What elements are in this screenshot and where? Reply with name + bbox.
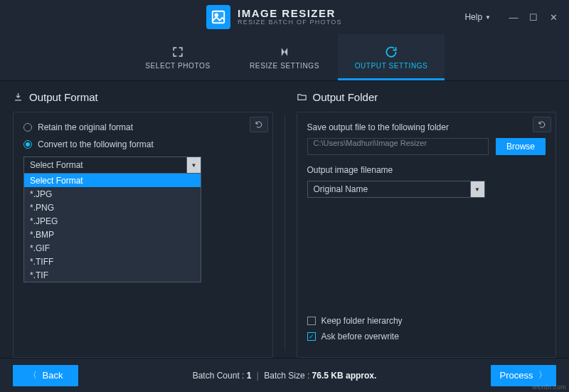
vertical-separator (284, 115, 285, 351)
checkbox-label: Keep folder hierarchy (321, 316, 403, 326)
help-label: Help (464, 12, 482, 22)
app-title: IMAGE RESIZER (238, 8, 342, 20)
reset-folder-button[interactable] (533, 117, 551, 132)
undo-icon (538, 120, 546, 129)
maximize-button[interactable]: ☐ (523, 9, 543, 25)
format-select-value: Select Format (30, 160, 83, 170)
close-button[interactable]: ✕ (543, 9, 563, 25)
checkbox-label: Ask before overwrite (321, 332, 399, 341)
chevron-down-icon: ▼ (186, 157, 201, 173)
help-menu[interactable]: Help ▼ (464, 12, 491, 22)
format-select-display[interactable]: Select Format ▼ (23, 157, 201, 174)
svg-point-1 (215, 14, 218, 16)
app-subtitle: RESIZE BATCH OF PHOTOS (238, 19, 342, 26)
app-title-block: IMAGE RESIZER RESIZE BATCH OF PHOTOS (238, 8, 342, 26)
tab-resize-settings[interactable]: RESIZE SETTINGS (231, 34, 338, 80)
format-dropdown-list: Select Format*.JPG*.PNG*.JPEG*.BMP*.GIF*… (23, 174, 201, 282)
process-button[interactable]: Process 〉 (491, 365, 556, 386)
tab-select-photos[interactable]: SELECT PHOTOS (124, 34, 231, 80)
titlebar: IMAGE RESIZER RESIZE BATCH OF PHOTOS Hel… (0, 0, 569, 34)
checkbox-icon: ✓ (307, 332, 316, 341)
format-option[interactable]: *.JPEG (24, 214, 201, 228)
reset-format-button[interactable] (250, 117, 268, 132)
checkbox-ask-overwrite[interactable]: ✓ Ask before overwrite (307, 332, 546, 341)
app-logo-icon (206, 5, 230, 29)
format-option[interactable]: *.TIF (24, 268, 201, 282)
tab-label: RESIZE SETTINGS (250, 62, 319, 70)
output-format-column: Output Format Retain the original format… (13, 91, 273, 358)
radio-icon (23, 123, 32, 132)
folder-icon (297, 92, 307, 102)
checkbox-icon (307, 317, 316, 325)
format-option[interactable]: *.GIF (24, 241, 201, 255)
radio-icon (23, 140, 32, 149)
output-folder-column: Output Folder Save output file to the fo… (297, 91, 557, 358)
format-select[interactable]: Select Format ▼ Select Format*.JPG*.PNG*… (23, 157, 201, 174)
chevron-down-icon: ▼ (485, 14, 491, 21)
tab-output-settings[interactable]: OUTPUT SETTINGS (338, 34, 445, 80)
chevron-down-icon: ▼ (470, 181, 484, 197)
format-option[interactable]: *.BMP (24, 228, 201, 241)
resize-icon (277, 45, 292, 59)
expand-icon (171, 45, 185, 59)
radio-retain-original[interactable]: Retain the original format (23, 122, 262, 132)
output-path-input[interactable]: C:\Users\Madhuri\Image Resizer (307, 138, 489, 155)
footer-bar: 〈 Back Batch Count : 1 | Batch Size : 76… (0, 358, 569, 392)
output-icon (384, 45, 398, 59)
browse-button[interactable]: Browse (496, 138, 546, 155)
filename-select-value: Original Name (314, 184, 368, 194)
watermark: wsxdn.com (532, 383, 566, 391)
output-folder-heading: Output Folder (297, 91, 557, 103)
chevron-left-icon: 〈 (28, 369, 37, 381)
save-folder-label: Save output file to the following folder (307, 122, 546, 132)
tab-label: OUTPUT SETTINGS (355, 62, 428, 70)
format-option[interactable]: *.JPG (24, 187, 201, 201)
format-option[interactable]: *.TIFF (24, 255, 201, 268)
filename-label: Output image filename (307, 165, 546, 175)
radio-label: Convert to the following format (38, 139, 154, 149)
filename-select[interactable]: Original Name ▼ (307, 181, 485, 198)
output-format-heading: Output Format (13, 91, 273, 103)
chevron-right-icon: 〉 (538, 369, 547, 381)
output-format-panel: Retain the original format Convert to th… (13, 112, 273, 358)
radio-convert-format[interactable]: Convert to the following format (23, 139, 262, 149)
undo-icon (255, 120, 263, 129)
tab-bar: SELECT PHOTOS RESIZE SETTINGS OUTPUT SET… (0, 34, 569, 81)
tab-label: SELECT PHOTOS (145, 62, 210, 70)
export-icon (13, 92, 23, 102)
minimize-button[interactable]: — (504, 9, 523, 25)
back-button[interactable]: 〈 Back (13, 365, 78, 386)
content-area: Output Format Retain the original format… (0, 81, 569, 358)
checkbox-keep-hierarchy[interactable]: Keep folder hierarchy (307, 316, 546, 326)
batch-status: Batch Count : 1 | Batch Size : 76.5 KB a… (78, 371, 491, 381)
radio-label: Retain the original format (38, 122, 133, 132)
format-option[interactable]: *.PNG (24, 201, 201, 214)
format-option[interactable]: Select Format (24, 174, 201, 187)
output-folder-panel: Save output file to the following folder… (297, 112, 557, 358)
